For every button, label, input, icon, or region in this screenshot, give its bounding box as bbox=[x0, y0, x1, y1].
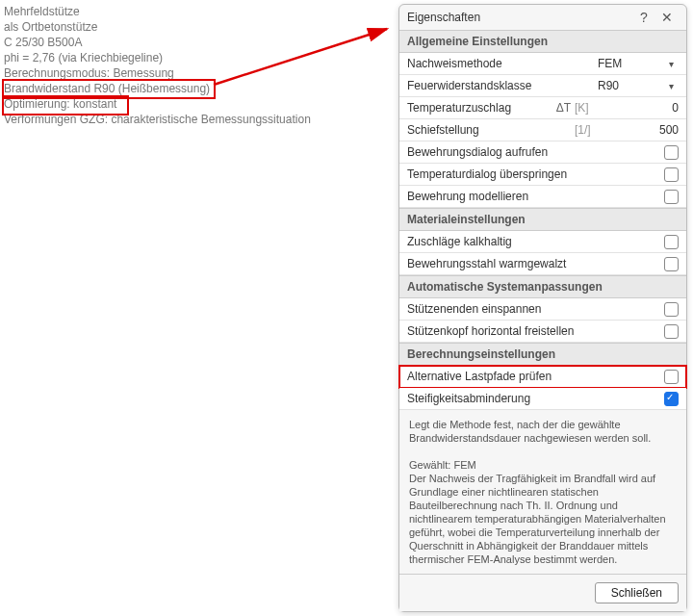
panel-titlebar: Eigenschaften ? ✕ bbox=[399, 5, 686, 30]
row-value: FEM bbox=[598, 57, 663, 70]
row-symbol: ΔT bbox=[548, 101, 575, 115]
chevron-down-icon[interactable]: ▾ bbox=[663, 59, 679, 69]
row-steifigkeit[interactable]: Steifigkeitsabminderung bbox=[399, 388, 686, 410]
row-label: Stützenkopf horizontal freistellen bbox=[407, 324, 663, 338]
row-label: Feuerwiderstandsklasse bbox=[407, 79, 598, 92]
row-value: 500 bbox=[640, 123, 679, 137]
checkbox[interactable] bbox=[664, 370, 679, 384]
row-label: Schiefstellung bbox=[407, 123, 575, 137]
panel-title: Eigenschaften bbox=[407, 11, 632, 24]
description-text: Legt die Methode fest, nach der die gewä… bbox=[399, 410, 686, 574]
bg-line: Mehrfeldstütze bbox=[4, 4, 311, 19]
properties-panel: Eigenschaften ? ✕ Allgemeine Einstellung… bbox=[398, 4, 687, 612]
row-bewehrungsdialog[interactable]: Bewehrungsdialog aufrufen bbox=[399, 141, 686, 164]
row-label: Bewehrungsstahl warmgewalzt bbox=[407, 257, 663, 270]
bg-line: C 25/30 B500A bbox=[4, 35, 311, 50]
row-unit: [K] bbox=[575, 101, 640, 115]
bg-line: als Ortbetonstütze bbox=[4, 19, 311, 35]
row-temperaturdialog[interactable]: Temperaturdialog überspringen bbox=[399, 164, 686, 186]
close-button[interactable]: Schließen bbox=[595, 582, 679, 603]
desc-line: Der Nachweis der Tragfähigkeit im Brandf… bbox=[409, 472, 677, 566]
checkbox[interactable] bbox=[664, 392, 679, 406]
help-icon[interactable]: ? bbox=[632, 10, 655, 25]
checkbox[interactable] bbox=[664, 190, 679, 204]
row-label: Zuschläge kalkhaltig bbox=[407, 235, 663, 248]
row-label: Nachweismethode bbox=[407, 57, 598, 70]
section-berechnung: Berechnungseinstellungen bbox=[399, 343, 686, 366]
checkbox[interactable] bbox=[664, 257, 679, 271]
row-label: Steifigkeitsabminderung bbox=[407, 392, 663, 405]
desc-line: Legt die Methode fest, nach der die gewä… bbox=[409, 418, 677, 445]
row-alternative-lastpfade[interactable]: Alternative Lastpfade prüfen bbox=[399, 366, 686, 388]
row-label: Stützenenden einspannen bbox=[407, 302, 663, 316]
row-value: R90 bbox=[598, 79, 663, 92]
row-freistellen[interactable]: Stützenkopf horizontal freistellen bbox=[399, 321, 686, 343]
row-bewehrungsstahl[interactable]: Bewehrungsstahl warmgewalzt bbox=[399, 253, 686, 275]
row-zuschlaege[interactable]: Zuschläge kalkhaltig bbox=[399, 231, 686, 253]
row-nachweismethode[interactable]: Nachweismethode FEM ▾ bbox=[399, 53, 686, 75]
row-bewehrung-modellieren[interactable]: Bewehrung modellieren bbox=[399, 186, 686, 208]
section-auto: Automatische Systemanpassungen bbox=[399, 275, 686, 298]
bg-line: Verformungen GZG: charakteristische Beme… bbox=[4, 112, 311, 127]
checkbox[interactable] bbox=[664, 302, 679, 317]
checkbox[interactable] bbox=[664, 324, 679, 339]
checkbox[interactable] bbox=[664, 235, 679, 249]
close-icon[interactable]: ✕ bbox=[655, 10, 679, 25]
background-info: Mehrfeldstütze als Ortbetonstütze C 25/3… bbox=[4, 4, 311, 127]
row-unit: [1/] bbox=[575, 123, 640, 137]
chevron-down-icon[interactable]: ▾ bbox=[663, 81, 679, 91]
row-label: Bewehrung modellieren bbox=[407, 190, 663, 203]
row-einspannen[interactable]: Stützenenden einspannen bbox=[399, 298, 686, 321]
section-general: Allgemeine Einstellungen bbox=[399, 30, 686, 53]
bg-line: phi = 2,76 (via Kriechbiegeline) bbox=[4, 50, 311, 65]
desc-line: Gewählt: FEM bbox=[409, 458, 677, 472]
row-label: Temperaturzuschlag bbox=[407, 101, 548, 115]
row-temperaturzuschlag[interactable]: Temperaturzuschlag ΔT [K] 0 bbox=[399, 97, 686, 119]
row-schiefstellung[interactable]: Schiefstellung [1/] 500 bbox=[399, 119, 686, 141]
row-label: Bewehrungsdialog aufrufen bbox=[407, 145, 663, 159]
bg-line: Optimierung: konstant bbox=[4, 96, 311, 112]
row-value: 0 bbox=[640, 101, 679, 115]
checkbox[interactable] bbox=[664, 167, 679, 182]
row-label: Temperaturdialog überspringen bbox=[407, 167, 663, 181]
row-label: Alternative Lastpfade prüfen bbox=[407, 370, 663, 383]
section-material: Materialeinstellungen bbox=[399, 208, 686, 231]
bg-line: Brandwiderstand R90 (Heißbemessung) bbox=[4, 81, 311, 96]
row-feuerwiderstand[interactable]: Feuerwiderstandsklasse R90 ▾ bbox=[399, 75, 686, 97]
bg-line: Berechnungsmodus: Bemessung bbox=[4, 65, 311, 81]
checkbox[interactable] bbox=[664, 145, 679, 160]
panel-footer: Schließen bbox=[399, 574, 686, 611]
